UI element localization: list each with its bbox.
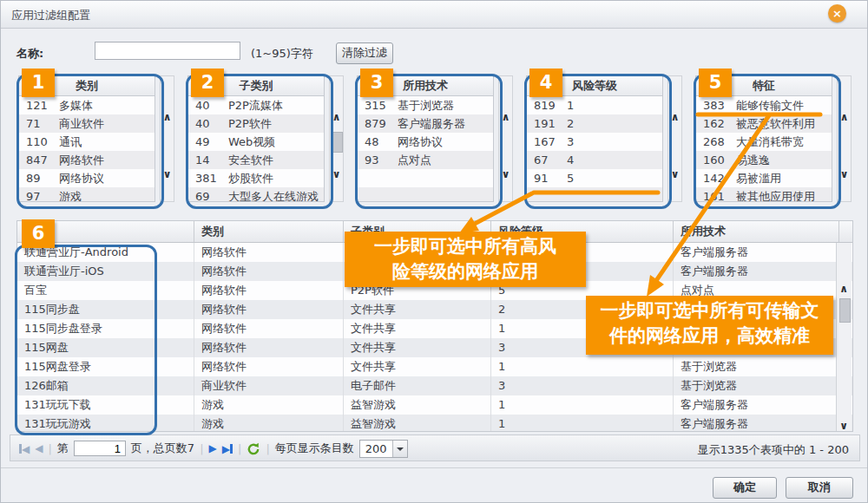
scroll-down-icon[interactable]: ∨ [330,168,343,180]
cell-subcategory: 益智游戏 [344,395,491,415]
name-input[interactable] [95,42,240,60]
panel-scrollbar[interactable]: ∧∨ [329,75,344,202]
item-label: 通讯 [59,133,155,151]
cell-technology: 客户端服务器 [674,395,839,415]
annotation-badge-4: 4 [529,69,562,97]
list-item[interactable]: 14安全软件 [188,151,324,169]
scroll-up-icon[interactable]: ∧ [499,111,512,123]
list-item[interactable]: 40P2P流媒体 [188,96,324,114]
list-item[interactable]: 71商业软件 [19,114,155,133]
ok-button[interactable]: 确定 [713,477,777,499]
cell-risk: 3 [491,376,674,395]
list-item[interactable]: 383能够传输文件 [696,96,832,114]
list-item[interactable]: 48网络协议 [358,133,493,151]
cell-name: 115网盘登录 [17,357,194,376]
list-item[interactable]: 69大型多人在线游戏 [188,187,324,202]
clear-filter-button[interactable]: 清除过滤 [336,42,393,64]
item-count: 67 [527,151,567,169]
item-label: 多媒体 [59,96,155,114]
first-page-icon[interactable]: ◀ [19,441,30,457]
item-count: 71 [19,114,59,133]
list-item[interactable]: 49Web视频 [188,133,324,151]
list-item[interactable]: 847网络软件 [19,151,155,169]
list-item[interactable]: 89网络协议 [19,169,155,187]
cell-name: 131玩玩下载 [17,395,194,415]
scroll-down-icon[interactable]: ∨ [837,420,851,432]
scroll-down-icon[interactable]: ∨ [161,168,174,180]
table-row[interactable]: 126邮箱商业软件电子邮件3基于浏览器 [17,376,852,395]
close-icon[interactable]: × [828,4,846,23]
table-row[interactable]: 131玩玩游戏游戏益智游戏1客户端服务器 [17,415,852,432]
cancel-button[interactable]: 取消 [786,477,853,499]
list-item[interactable]: 1673 [527,133,662,151]
scroll-down-icon[interactable]: ∨ [668,168,681,180]
cell-category: 网络软件 [194,357,344,376]
list-item[interactable]: 315基于浏览器 [358,96,493,114]
column-header[interactable]: 所用技术 [674,221,839,242]
cell-category: 网络软件 [194,300,344,319]
scroll-up-icon[interactable]: ∧ [838,111,851,123]
cell-technology: 客户端服务器 [674,262,839,281]
item-count: 93 [358,151,398,169]
cell-name: 131玩玩游戏 [17,415,194,432]
cell-technology: 客户端服务器 [674,243,839,262]
cell-category: 网络软件 [194,319,344,338]
list-item[interactable]: 8191 [527,96,662,114]
scroll-up-icon[interactable]: ∧ [668,111,681,123]
callout-risk-line2: 险等级的网络应用 [345,259,586,284]
scroll-up-icon[interactable]: ∧ [330,111,343,123]
table-scrollbar[interactable]: ∧ ∨ [836,243,852,431]
list-item[interactable]: 97游戏 [19,187,155,202]
panel-scrollbar[interactable]: ∧∨ [667,75,682,202]
list-item[interactable]: 110通讯 [19,133,155,151]
page-number-input[interactable] [74,441,126,456]
list-item[interactable]: 161被其他应用使用 [696,187,832,202]
page-size-select[interactable]: 200 [359,440,408,458]
scroll-down-icon[interactable]: ∨ [838,168,851,180]
panel-scrollbar[interactable]: ∧∨ [498,75,513,202]
scroll-up-icon[interactable]: ∧ [837,283,851,295]
list-item[interactable]: 121多媒体 [19,96,155,114]
item-count: 162 [696,114,736,133]
next-page-icon[interactable]: ▶ [209,441,217,456]
scroll-up-icon[interactable]: ∧ [161,111,174,123]
item-label: Web视频 [228,133,324,151]
scrollbar-thumb[interactable] [332,132,343,153]
list-item[interactable]: 93点对点 [358,151,493,169]
item-label: 炒股软件 [228,169,324,187]
last-page-icon[interactable]: ▶ [222,441,233,457]
item-count: 160 [696,151,736,169]
list-item[interactable]: 162被恶意软件利用 [696,114,832,133]
list-item[interactable]: 160易逃逸 [696,151,832,169]
scroll-down-icon[interactable]: ∨ [499,168,512,180]
list-item[interactable]: 268大量消耗带宽 [696,133,832,151]
chevron-down-icon[interactable] [392,441,407,457]
prev-page-icon[interactable]: ◀ [35,441,43,456]
cell-technology: 客户端服务器 [674,415,839,432]
panel-scrollbar[interactable]: ∧∨ [837,75,852,202]
list-item[interactable]: 879客户端服务器 [358,114,493,133]
item-label: 基于浏览器 [398,96,493,114]
table-row[interactable]: 131玩玩下载游戏益智游戏1客户端服务器 [17,395,852,415]
cell-technology: 基于浏览器 [674,357,839,376]
item-count: 167 [527,133,567,151]
list-item[interactable]: 1912 [527,114,662,133]
cell-category: 游戏 [194,395,344,415]
item-label: 5 [567,169,662,187]
panel-scrollbar[interactable]: ∧∨ [160,75,174,202]
item-count: 383 [696,96,736,114]
table-row[interactable]: 115网盘登录网络软件文件共享1基于浏览器 [17,357,852,376]
page-suffix-label: 页，总页数7 [131,441,194,456]
scrollbar-thumb[interactable] [839,298,851,323]
list-item[interactable]: 674 [527,151,662,169]
list-item[interactable]: 40P2P软件 [188,114,324,133]
item-count: 142 [696,169,736,187]
refresh-icon[interactable] [247,441,260,455]
callout-risk-level: 一步即可选中所有高风 险等级的网络应用 [345,232,586,287]
page-size-label: 每页显示条目数 [275,441,354,456]
callout-feature-line2: 件的网络应用，高效精准 [586,323,833,349]
list-item[interactable]: 142易被滥用 [696,169,832,187]
list-item[interactable]: 915 [527,169,662,187]
column-header[interactable]: 类别 [194,221,344,242]
list-item[interactable]: 381炒股软件 [188,169,324,187]
